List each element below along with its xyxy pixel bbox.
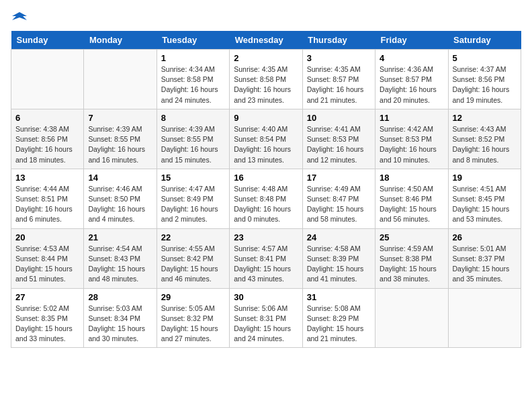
day-number: 26 xyxy=(453,232,517,242)
day-number: 11 xyxy=(380,113,443,123)
calendar-cell: 11Sunrise: 4:42 AM Sunset: 8:53 PM Dayli… xyxy=(375,109,448,169)
calendar-cell: 1Sunrise: 4:34 AM Sunset: 8:58 PM Daylig… xyxy=(157,50,229,109)
day-number: 17 xyxy=(307,173,371,183)
day-header-monday: Monday xyxy=(84,31,157,50)
day-info: Sunrise: 4:55 AM Sunset: 8:42 PM Dayligh… xyxy=(161,244,225,285)
day-info: Sunrise: 4:51 AM Sunset: 8:45 PM Dayligh… xyxy=(453,184,517,225)
day-number: 29 xyxy=(161,292,225,302)
calendar-cell: 24Sunrise: 4:58 AM Sunset: 8:39 PM Dayli… xyxy=(302,228,375,288)
week-row-5: 27Sunrise: 5:02 AM Sunset: 8:35 PM Dayli… xyxy=(11,288,521,348)
day-info: Sunrise: 4:37 AM Sunset: 8:56 PM Dayligh… xyxy=(453,64,517,105)
day-number: 22 xyxy=(161,232,225,242)
day-header-thursday: Thursday xyxy=(302,31,375,50)
day-number: 16 xyxy=(234,173,298,183)
day-info: Sunrise: 4:39 AM Sunset: 8:55 PM Dayligh… xyxy=(88,124,152,165)
calendar-cell: 22Sunrise: 4:55 AM Sunset: 8:42 PM Dayli… xyxy=(157,228,229,288)
calendar-table: SundayMondayTuesdayWednesdayThursdayFrid… xyxy=(11,31,521,348)
calendar-cell: 7Sunrise: 4:39 AM Sunset: 8:55 PM Daylig… xyxy=(84,109,157,169)
calendar-cell: 19Sunrise: 4:51 AM Sunset: 8:45 PM Dayli… xyxy=(448,169,521,228)
day-number: 8 xyxy=(161,113,225,123)
calendar-cell: 29Sunrise: 5:05 AM Sunset: 8:32 PM Dayli… xyxy=(157,288,229,348)
calendar-cell: 14Sunrise: 4:46 AM Sunset: 8:50 PM Dayli… xyxy=(84,169,157,228)
week-row-2: 6Sunrise: 4:38 AM Sunset: 8:56 PM Daylig… xyxy=(11,109,521,169)
day-header-wednesday: Wednesday xyxy=(230,31,302,50)
svg-marker-0 xyxy=(12,12,27,20)
calendar-cell: 13Sunrise: 4:44 AM Sunset: 8:51 PM Dayli… xyxy=(11,169,84,228)
week-row-4: 20Sunrise: 4:53 AM Sunset: 8:44 PM Dayli… xyxy=(11,228,521,288)
day-number: 9 xyxy=(234,113,298,123)
day-info: Sunrise: 4:49 AM Sunset: 8:47 PM Dayligh… xyxy=(307,184,371,225)
day-info: Sunrise: 4:40 AM Sunset: 8:54 PM Dayligh… xyxy=(234,124,298,165)
week-row-3: 13Sunrise: 4:44 AM Sunset: 8:51 PM Dayli… xyxy=(11,169,521,228)
day-number: 18 xyxy=(380,173,443,183)
calendar-cell: 20Sunrise: 4:53 AM Sunset: 8:44 PM Dayli… xyxy=(11,228,84,288)
day-info: Sunrise: 4:46 AM Sunset: 8:50 PM Dayligh… xyxy=(88,184,152,225)
day-info: Sunrise: 4:36 AM Sunset: 8:57 PM Dayligh… xyxy=(380,64,443,105)
day-info: Sunrise: 4:39 AM Sunset: 8:55 PM Dayligh… xyxy=(161,124,225,165)
day-number: 10 xyxy=(307,113,371,123)
calendar-cell: 5Sunrise: 4:37 AM Sunset: 8:56 PM Daylig… xyxy=(448,50,521,109)
day-info: Sunrise: 4:43 AM Sunset: 8:52 PM Dayligh… xyxy=(453,124,517,165)
day-number: 25 xyxy=(380,232,443,242)
calendar-cell: 9Sunrise: 4:40 AM Sunset: 8:54 PM Daylig… xyxy=(230,109,302,169)
calendar-cell xyxy=(84,50,157,109)
day-info: Sunrise: 5:08 AM Sunset: 8:29 PM Dayligh… xyxy=(307,304,371,345)
day-info: Sunrise: 4:35 AM Sunset: 8:57 PM Dayligh… xyxy=(307,64,371,105)
day-info: Sunrise: 4:35 AM Sunset: 8:58 PM Dayligh… xyxy=(234,64,298,105)
day-info: Sunrise: 4:47 AM Sunset: 8:49 PM Dayligh… xyxy=(161,184,225,225)
calendar-cell xyxy=(11,50,84,109)
day-number: 14 xyxy=(88,173,152,183)
calendar-cell: 30Sunrise: 5:06 AM Sunset: 8:31 PM Dayli… xyxy=(230,288,302,348)
day-info: Sunrise: 5:03 AM Sunset: 8:34 PM Dayligh… xyxy=(88,304,152,345)
day-header-tuesday: Tuesday xyxy=(157,31,229,50)
day-number: 28 xyxy=(88,292,152,302)
calendar-cell: 3Sunrise: 4:35 AM Sunset: 8:57 PM Daylig… xyxy=(302,50,375,109)
calendar-cell: 27Sunrise: 5:02 AM Sunset: 8:35 PM Dayli… xyxy=(11,288,84,348)
calendar-cell: 2Sunrise: 4:35 AM Sunset: 8:58 PM Daylig… xyxy=(230,50,302,109)
calendar-cell: 8Sunrise: 4:39 AM Sunset: 8:55 PM Daylig… xyxy=(157,109,229,169)
day-number: 20 xyxy=(15,232,79,242)
day-info: Sunrise: 4:53 AM Sunset: 8:44 PM Dayligh… xyxy=(15,244,79,285)
day-info: Sunrise: 5:01 AM Sunset: 8:37 PM Dayligh… xyxy=(453,244,517,285)
day-info: Sunrise: 4:42 AM Sunset: 8:53 PM Dayligh… xyxy=(380,124,443,165)
day-info: Sunrise: 4:38 AM Sunset: 8:56 PM Dayligh… xyxy=(15,124,79,165)
day-info: Sunrise: 4:59 AM Sunset: 8:38 PM Dayligh… xyxy=(380,244,443,285)
day-number: 19 xyxy=(453,173,517,183)
calendar-cell: 6Sunrise: 4:38 AM Sunset: 8:56 PM Daylig… xyxy=(11,109,84,169)
week-row-1: 1Sunrise: 4:34 AM Sunset: 8:58 PM Daylig… xyxy=(11,50,521,109)
calendar-cell: 4Sunrise: 4:36 AM Sunset: 8:57 PM Daylig… xyxy=(375,50,448,109)
calendar-cell: 16Sunrise: 4:48 AM Sunset: 8:48 PM Dayli… xyxy=(230,169,302,228)
day-number: 1 xyxy=(161,53,225,63)
day-info: Sunrise: 5:02 AM Sunset: 8:35 PM Dayligh… xyxy=(15,304,79,345)
calendar-cell: 23Sunrise: 4:57 AM Sunset: 8:41 PM Dayli… xyxy=(230,228,302,288)
day-number: 21 xyxy=(88,232,152,242)
day-number: 30 xyxy=(234,292,298,302)
calendar-cell: 17Sunrise: 4:49 AM Sunset: 8:47 PM Dayli… xyxy=(302,169,375,228)
calendar-cell: 15Sunrise: 4:47 AM Sunset: 8:49 PM Dayli… xyxy=(157,169,229,228)
day-info: Sunrise: 5:05 AM Sunset: 8:32 PM Dayligh… xyxy=(161,304,225,345)
day-number: 13 xyxy=(15,173,79,183)
day-info: Sunrise: 4:41 AM Sunset: 8:53 PM Dayligh… xyxy=(307,124,371,165)
day-info: Sunrise: 4:54 AM Sunset: 8:43 PM Dayligh… xyxy=(88,244,152,285)
calendar-cell: 26Sunrise: 5:01 AM Sunset: 8:37 PM Dayli… xyxy=(448,228,521,288)
day-number: 27 xyxy=(15,292,79,302)
page-header xyxy=(11,11,521,23)
calendar-cell: 18Sunrise: 4:50 AM Sunset: 8:46 PM Dayli… xyxy=(375,169,448,228)
day-info: Sunrise: 4:34 AM Sunset: 8:58 PM Dayligh… xyxy=(161,64,225,105)
calendar-header-row: SundayMondayTuesdayWednesdayThursdayFrid… xyxy=(11,31,521,50)
day-number: 6 xyxy=(15,113,79,123)
day-info: Sunrise: 4:50 AM Sunset: 8:46 PM Dayligh… xyxy=(380,184,443,225)
day-number: 5 xyxy=(453,53,517,63)
calendar-cell xyxy=(448,288,521,348)
calendar-cell: 25Sunrise: 4:59 AM Sunset: 8:38 PM Dayli… xyxy=(375,228,448,288)
logo xyxy=(11,11,27,23)
day-header-sunday: Sunday xyxy=(11,31,84,50)
day-header-friday: Friday xyxy=(375,31,448,50)
day-header-saturday: Saturday xyxy=(448,31,521,50)
day-info: Sunrise: 5:06 AM Sunset: 8:31 PM Dayligh… xyxy=(234,304,298,345)
day-number: 31 xyxy=(307,292,371,302)
day-number: 4 xyxy=(380,53,443,63)
calendar-cell: 28Sunrise: 5:03 AM Sunset: 8:34 PM Dayli… xyxy=(84,288,157,348)
day-info: Sunrise: 4:57 AM Sunset: 8:41 PM Dayligh… xyxy=(234,244,298,285)
day-number: 15 xyxy=(161,173,225,183)
